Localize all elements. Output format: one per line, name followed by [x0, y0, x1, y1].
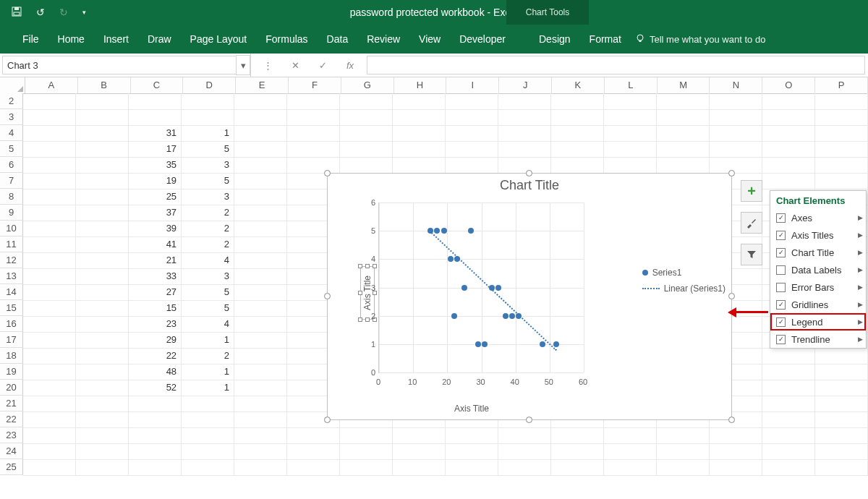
cell-C2[interactable] — [129, 93, 182, 110]
worksheet-grid[interactable]: ABCDEFGHIJKLMNOP 23431151756353719582539… — [0, 77, 868, 499]
cell-J4[interactable] — [498, 125, 551, 142]
column-header-D[interactable]: D — [183, 77, 236, 94]
column-header-G[interactable]: G — [341, 77, 394, 94]
row-header-20[interactable]: 20 — [0, 380, 23, 396]
tab-draw[interactable]: Draw — [138, 25, 181, 54]
chart-filters-button[interactable] — [741, 244, 762, 265]
data-point[interactable] — [448, 256, 454, 262]
cell-B10[interactable] — [76, 221, 129, 237]
cell-O7[interactable] — [762, 173, 815, 189]
cell-A17[interactable] — [23, 332, 76, 349]
chart-element-option-error-bars[interactable]: Error Bars▶ — [770, 278, 866, 296]
cell-C24[interactable] — [129, 443, 182, 460]
tell-me-search[interactable]: Tell me what you want to do — [635, 33, 765, 46]
tab-review[interactable]: Review — [357, 25, 409, 54]
cell-E14[interactable] — [234, 284, 287, 301]
cell-E9[interactable] — [234, 205, 287, 221]
cell-K6[interactable] — [551, 157, 604, 174]
cell-N3[interactable] — [710, 109, 762, 126]
row-header-23[interactable]: 23 — [0, 427, 23, 443]
cell-J5[interactable] — [498, 141, 551, 158]
cell-B2[interactable] — [76, 93, 129, 110]
data-point[interactable] — [434, 228, 440, 234]
cell-N23[interactable] — [710, 427, 762, 444]
name-box-dropdown[interactable]: ▾ — [236, 55, 250, 75]
cell-D14[interactable]: 5 — [182, 284, 234, 301]
cell-A7[interactable] — [23, 173, 76, 189]
column-header-F[interactable]: F — [289, 77, 341, 94]
cell-D10[interactable]: 2 — [182, 221, 234, 237]
submenu-arrow-icon[interactable]: ▶ — [858, 336, 863, 343]
checkbox-icon[interactable]: ✓ — [776, 213, 786, 223]
cell-C22[interactable] — [129, 411, 182, 428]
cell-B13[interactable] — [76, 268, 129, 285]
column-header-H[interactable]: H — [394, 77, 447, 94]
tab-file[interactable]: File — [13, 25, 48, 54]
cell-D11[interactable]: 2 — [182, 236, 234, 253]
cell-A3[interactable] — [23, 109, 76, 126]
cell-D8[interactable]: 3 — [182, 189, 234, 205]
cell-O25[interactable] — [762, 459, 815, 476]
cell-D20[interactable]: 1 — [182, 380, 234, 396]
cell-I25[interactable] — [446, 459, 498, 476]
data-point[interactable] — [495, 285, 501, 291]
chart-element-option-axes[interactable]: ✓Axes▶ — [770, 209, 866, 226]
column-header-L[interactable]: L — [605, 77, 658, 94]
row-header-8[interactable]: 8 — [0, 189, 23, 205]
cell-C14[interactable]: 27 — [129, 284, 182, 301]
cell-C20[interactable]: 52 — [129, 380, 182, 396]
cell-G23[interactable] — [340, 427, 393, 444]
x-axis-title[interactable]: Axis Title — [357, 404, 587, 414]
cell-J25[interactable] — [498, 459, 551, 476]
chart-handle[interactable] — [728, 293, 735, 299]
cell-P24[interactable] — [815, 443, 868, 460]
submenu-arrow-icon[interactable]: ▶ — [858, 231, 863, 239]
cell-N2[interactable] — [710, 93, 762, 110]
cell-M24[interactable] — [657, 443, 710, 460]
cell-B15[interactable] — [76, 300, 129, 317]
select-all-corner[interactable] — [0, 77, 25, 94]
cell-C3[interactable] — [129, 109, 182, 126]
cell-L24[interactable] — [604, 443, 657, 460]
cell-N24[interactable] — [710, 443, 762, 460]
cell-P5[interactable] — [815, 141, 868, 158]
cell-B17[interactable] — [76, 332, 129, 349]
legend-series1[interactable]: Series1 — [642, 268, 726, 278]
cell-M4[interactable] — [657, 125, 710, 142]
cell-B14[interactable] — [76, 284, 129, 301]
cell-O22[interactable] — [762, 411, 815, 428]
cell-J2[interactable] — [498, 93, 551, 110]
column-header-E[interactable]: E — [236, 77, 289, 94]
cell-C23[interactable] — [129, 427, 182, 444]
tab-page-layout[interactable]: Page Layout — [181, 25, 257, 54]
cell-D2[interactable] — [182, 93, 234, 110]
cell-H5[interactable] — [393, 141, 446, 158]
cell-F24[interactable] — [287, 443, 340, 460]
cell-O6[interactable] — [762, 157, 815, 174]
cell-M5[interactable] — [657, 141, 710, 158]
cell-H23[interactable] — [393, 427, 446, 444]
column-header-B[interactable]: B — [78, 77, 131, 94]
cell-E8[interactable] — [234, 189, 287, 205]
cell-O20[interactable] — [762, 380, 815, 396]
row-header-10[interactable]: 10 — [0, 221, 23, 236]
cell-B8[interactable] — [76, 189, 129, 205]
chart-element-option-data-labels[interactable]: Data Labels▶ — [770, 261, 866, 278]
cell-A2[interactable] — [23, 93, 76, 110]
cell-B18[interactable] — [76, 348, 129, 364]
cell-C25[interactable] — [129, 459, 182, 476]
chart-handle[interactable] — [324, 293, 331, 299]
cell-K25[interactable] — [551, 459, 604, 476]
cell-N25[interactable] — [710, 459, 762, 476]
cell-B21[interactable] — [76, 396, 129, 412]
cell-B4[interactable] — [76, 125, 129, 142]
cell-C13[interactable]: 33 — [129, 268, 182, 285]
column-header-N[interactable]: N — [710, 77, 762, 94]
cell-G6[interactable] — [340, 157, 393, 174]
cell-L4[interactable] — [604, 125, 657, 142]
column-header-A[interactable]: A — [25, 77, 78, 94]
formula-divider-icon[interactable]: ⋮ — [254, 60, 281, 71]
cell-K4[interactable] — [551, 125, 604, 142]
cell-E6[interactable] — [234, 157, 287, 174]
row-header-6[interactable]: 6 — [0, 157, 23, 173]
